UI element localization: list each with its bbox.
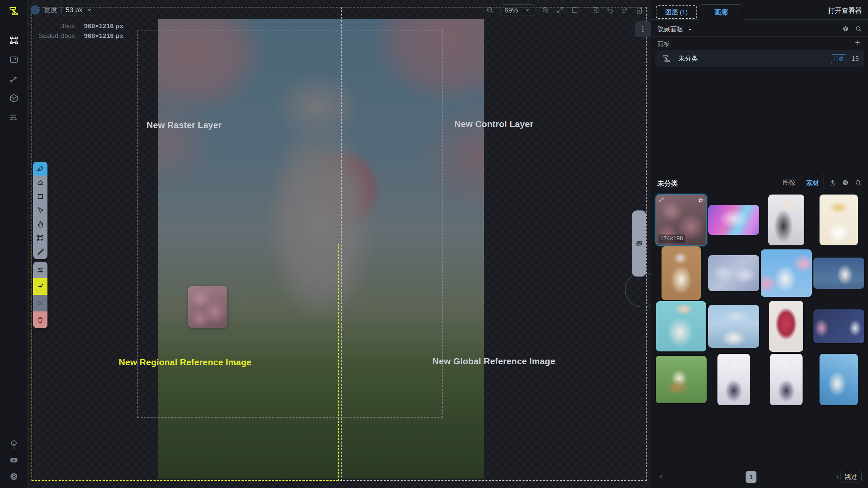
sidebar-item-settings[interactable] <box>7 470 20 483</box>
drop-zone-new-regional-reference[interactable]: New Regional Reference Image <box>32 244 339 481</box>
tab-images[interactable]: 图像 <box>777 174 801 191</box>
cancel-button[interactable] <box>33 295 47 311</box>
brush-icon <box>36 165 44 173</box>
canvas-menu-button[interactable] <box>635 21 651 37</box>
canvas-toolbar: 69% <box>486 4 651 16</box>
frame-icon <box>9 55 19 65</box>
plus-icon <box>854 39 862 47</box>
delete-button[interactable] <box>33 311 47 328</box>
curve-arrow-icon <box>9 74 19 84</box>
panel-divider <box>651 36 868 37</box>
zoom-level-dropdown[interactable]: 69% <box>500 4 535 16</box>
sidebar-item-tips[interactable] <box>7 438 20 451</box>
skip-button[interactable]: 跳过 <box>841 471 862 483</box>
page-number-button[interactable]: 1 <box>746 471 756 483</box>
drop-zone-label: New Raster Layer <box>146 120 221 130</box>
gear-icon[interactable] <box>842 25 849 33</box>
tab-gallery[interactable]: 画廊 <box>699 4 743 20</box>
thumb-catgirl-headpat[interactable] <box>656 301 706 351</box>
thumb-catgirl-sakura-sky[interactable] <box>761 249 812 297</box>
select-tool[interactable] <box>33 203 47 217</box>
thumb-blonde-girl-on-bench[interactable] <box>656 356 707 403</box>
color-swatch[interactable] <box>31 5 40 15</box>
generate-button[interactable] <box>33 278 47 295</box>
upload-icon[interactable] <box>829 179 836 186</box>
eyedropper-icon <box>36 248 44 256</box>
rectangle-tool[interactable] <box>33 189 47 203</box>
kebab-menu-icon <box>639 25 647 33</box>
thumb-tarot-card-xiv[interactable] <box>820 195 858 245</box>
fit-view-button[interactable] <box>556 6 565 15</box>
sidebar-item-queue[interactable] <box>7 111 20 124</box>
lightbulb-icon <box>9 440 19 449</box>
export-file-button[interactable] <box>635 6 644 15</box>
pan-tool[interactable] <box>33 217 47 231</box>
gallery-pagination: 1 跳过 <box>651 470 868 485</box>
thumb-sailor-uniform-girl[interactable] <box>813 258 864 289</box>
save-icon <box>591 6 599 14</box>
fit-selection-button[interactable] <box>570 6 579 15</box>
undo-button[interactable] <box>606 6 614 15</box>
sidebar-item-frame[interactable] <box>7 53 20 66</box>
thumb-red-haired-dragon-girl[interactable] <box>769 301 803 352</box>
tab-materials[interactable]: 素材 <box>801 175 824 190</box>
redo-button[interactable] <box>620 6 629 15</box>
cursor-icon <box>36 206 44 215</box>
sidebar-item-3d[interactable] <box>7 92 20 105</box>
hide-panel-label: 隐藏面板 <box>657 25 683 34</box>
action-palette <box>33 262 47 328</box>
thumb-two-catgirls-tea[interactable] <box>708 305 759 348</box>
thumb-girl-by-night-window[interactable] <box>813 309 864 343</box>
thumb-size-label: 174×198 <box>658 235 685 243</box>
eyedropper-tool[interactable] <box>33 245 47 259</box>
brush-width-value: 53 px <box>66 6 82 14</box>
expand-icon[interactable] <box>658 197 664 203</box>
search-icon[interactable] <box>854 179 862 186</box>
sidebar-item-transform[interactable] <box>7 34 20 47</box>
thumb-vampire-catgirl[interactable] <box>717 354 750 405</box>
hide-panel-toggle[interactable]: 隐藏面板 <box>657 25 693 34</box>
panels-section-header: 面板 <box>657 40 670 48</box>
save-button[interactable] <box>591 6 600 15</box>
bbox-label: Bbox: <box>37 21 77 31</box>
panel-item-name: 未分类 <box>678 54 831 63</box>
fit-frame-icon <box>571 6 579 14</box>
prev-page-button[interactable] <box>657 473 665 481</box>
transform-tool[interactable] <box>33 231 47 245</box>
gallery-drag-handle[interactable] <box>632 210 646 277</box>
thumb-cherry-blossoms-selected[interactable]: 174×198 <box>656 195 706 245</box>
thumb-vampire-catgirl-duplicate[interactable] <box>770 354 803 405</box>
tab-layers[interactable]: 图层 (1) <box>656 5 697 19</box>
adjust-settings-button[interactable] <box>33 262 47 278</box>
gear-icon <box>9 472 19 481</box>
thumb-catgirl-with-book[interactable] <box>662 246 701 300</box>
zoom-in-button[interactable] <box>541 6 550 15</box>
brush-width-dropdown[interactable]: 53 px <box>61 4 97 16</box>
brush-tool[interactable] <box>33 162 47 176</box>
eraser-tool[interactable] <box>33 176 47 189</box>
open-viewer-button[interactable]: 打开查看器 <box>828 6 862 15</box>
drop-zone-new-control-layer[interactable]: New Control Layer <box>341 7 647 242</box>
thumb-catgirl-by-ocean[interactable] <box>820 354 858 405</box>
search-icon[interactable] <box>855 25 862 33</box>
regional-reference-image[interactable] <box>188 286 227 328</box>
thumb-two-girls-sleeping[interactable] <box>708 255 759 291</box>
tabbar-divider <box>651 19 868 20</box>
file-plus-icon <box>635 6 643 14</box>
zoom-out-icon <box>486 6 494 14</box>
sidebar-item-youtube[interactable] <box>7 454 20 467</box>
add-panel-button[interactable] <box>854 39 862 47</box>
gear-icon[interactable] <box>842 179 849 186</box>
drop-zone-new-global-reference[interactable]: New Global Reference Image <box>341 242 647 481</box>
thumb-holographic-crystals[interactable] <box>708 205 759 235</box>
drop-zone-new-raster-layer[interactable]: New Raster Layer <box>32 7 337 244</box>
star-icon[interactable] <box>697 197 704 204</box>
rectangle-icon <box>36 192 44 201</box>
next-page-button[interactable] <box>834 473 841 481</box>
zoom-out-button[interactable] <box>486 6 494 15</box>
sidebar-item-curves[interactable] <box>7 73 20 85</box>
thumb-white-twintail-girl[interactable] <box>768 195 804 245</box>
panel-list-item[interactable]: 未分类 自动 15 <box>655 50 864 67</box>
canvas-area[interactable]: New Raster Layer New Control Layer New R… <box>28 0 651 488</box>
app-logo[interactable] <box>7 5 20 18</box>
